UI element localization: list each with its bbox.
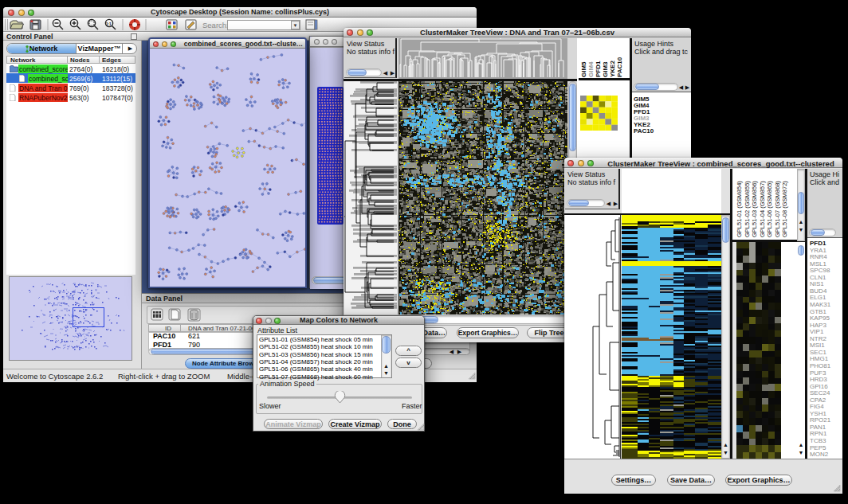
svg-text:1:1: 1:1 (106, 22, 112, 26)
